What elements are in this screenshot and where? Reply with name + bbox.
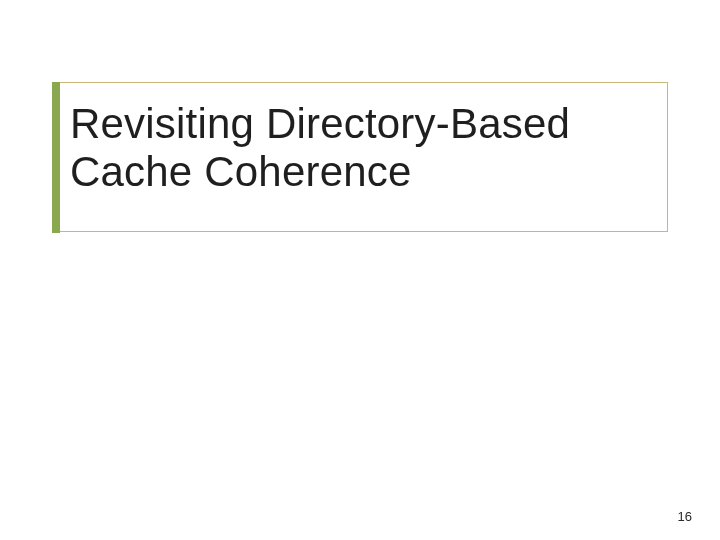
slide: Revisiting Directory-Based Cache Coheren… [0,0,720,540]
page-number: 16 [678,509,692,524]
slide-title: Revisiting Directory-Based Cache Coheren… [70,100,660,197]
